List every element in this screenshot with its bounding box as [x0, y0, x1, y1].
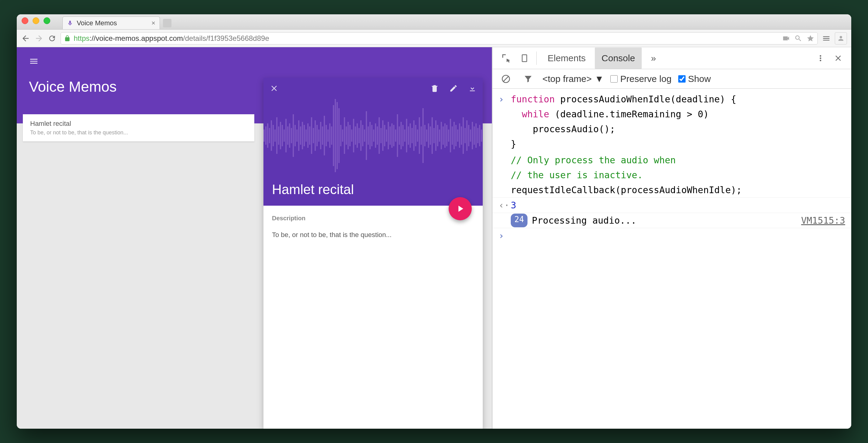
svg-rect-75 — [401, 122, 402, 149]
svg-rect-71 — [393, 125, 394, 146]
svg-rect-99 — [444, 123, 445, 148]
frame-selector[interactable]: <top frame> ▼ — [542, 74, 603, 84]
devtools-panel: Elements Console » <top fr — [492, 47, 851, 429]
devtools-close-icon[interactable] — [831, 54, 846, 63]
svg-rect-27 — [313, 128, 314, 143]
svg-rect-114 — [472, 122, 473, 149]
close-detail-button[interactable] — [270, 84, 279, 93]
svg-rect-25 — [309, 126, 310, 145]
svg-rect-111 — [466, 120, 467, 151]
description-label: Description — [272, 215, 474, 222]
svg-rect-18 — [296, 129, 298, 142]
svg-rect-21 — [302, 122, 303, 149]
filter-icon[interactable] — [521, 75, 536, 84]
url-text: https://voice-memos.appspot.com/details/… — [74, 34, 269, 43]
svg-rect-29 — [316, 125, 318, 146]
svg-rect-89 — [426, 129, 427, 142]
svg-line-121 — [503, 77, 508, 81]
voice-memos-app: Voice Memos Hamlet recital To be, or not… — [17, 47, 492, 429]
clear-console-icon[interactable] — [498, 74, 514, 84]
tab-more[interactable]: » — [644, 48, 663, 69]
profile-button[interactable] — [835, 32, 847, 45]
svg-rect-70 — [391, 123, 393, 148]
svg-rect-8 — [278, 126, 279, 145]
svg-rect-115 — [474, 126, 475, 145]
browser-tab[interactable]: Voice Memos × — [62, 17, 160, 29]
svg-rect-88 — [424, 125, 426, 146]
tab-console[interactable]: Console — [595, 48, 642, 69]
memo-list-item[interactable]: Hamlet recital To be, or not to be, that… — [23, 114, 254, 141]
log-source-link[interactable]: VM1515:3 — [801, 214, 845, 227]
svg-rect-30 — [318, 129, 319, 142]
svg-rect-57 — [368, 126, 369, 145]
svg-rect-23 — [306, 129, 307, 142]
svg-rect-100 — [446, 125, 447, 146]
play-button[interactable] — [448, 197, 472, 220]
new-tab-button[interactable] — [163, 19, 172, 27]
svg-rect-44 — [344, 117, 345, 154]
log-message: Processing audio... — [532, 214, 636, 227]
tab-elements[interactable]: Elements — [541, 48, 592, 69]
tab-close-button[interactable]: × — [151, 19, 155, 27]
svg-rect-98 — [442, 126, 444, 145]
browser-window: Voice Memos × https://voice-memos.appspo… — [17, 14, 851, 429]
svg-rect-65 — [382, 120, 383, 151]
svg-rect-17 — [294, 125, 296, 146]
svg-rect-116 — [475, 123, 477, 148]
camera-icon[interactable] — [782, 34, 790, 42]
svg-rect-106 — [457, 129, 458, 142]
svg-rect-14 — [289, 123, 290, 148]
svg-rect-92 — [432, 117, 433, 154]
console-output[interactable]: ›function processAudioWhenIdle(deadline)… — [493, 89, 851, 429]
minimize-window-button[interactable] — [33, 18, 39, 24]
console-log-line: 24 Processing audio... VM1515:3 — [493, 213, 851, 228]
inspect-icon[interactable] — [498, 53, 515, 63]
reload-button[interactable] — [48, 34, 56, 43]
delete-icon[interactable] — [430, 84, 439, 93]
show-checkbox[interactable]: Show — [678, 74, 711, 84]
svg-rect-26 — [311, 117, 312, 154]
svg-rect-84 — [417, 129, 418, 142]
log-count-badge: 24 — [511, 214, 527, 227]
console-prompt[interactable]: › — [499, 229, 511, 242]
svg-rect-10 — [282, 125, 283, 146]
svg-rect-3 — [269, 128, 270, 143]
address-bar[interactable]: https://voice-memos.appspot.com/details/… — [61, 32, 818, 45]
detail-title: Hamlet recital — [272, 182, 354, 197]
omnibox-icons — [782, 34, 814, 42]
menu-button[interactable] — [822, 34, 831, 43]
close-window-button[interactable] — [22, 18, 28, 24]
preserve-log-checkbox[interactable]: Preserve log — [610, 74, 671, 84]
back-button[interactable] — [21, 34, 30, 43]
svg-rect-48 — [351, 129, 352, 142]
zoom-window-button[interactable] — [43, 18, 50, 24]
svg-rect-118 — [479, 125, 480, 146]
edit-icon[interactable] — [449, 84, 458, 93]
svg-rect-102 — [450, 119, 451, 152]
memo-item-desc: To be, or not to be, that is the questio… — [30, 129, 247, 136]
forward-button[interactable] — [34, 34, 43, 43]
svg-rect-24 — [307, 123, 309, 148]
svg-rect-112 — [468, 125, 469, 146]
svg-rect-67 — [386, 129, 387, 142]
svg-rect-82 — [413, 120, 414, 151]
svg-rect-97 — [441, 122, 442, 149]
svg-rect-83 — [415, 125, 416, 146]
zoom-icon[interactable] — [794, 34, 802, 42]
kebab-icon[interactable] — [813, 54, 828, 63]
svg-rect-5 — [273, 125, 274, 146]
download-icon[interactable] — [468, 84, 477, 93]
svg-rect-93 — [433, 128, 435, 143]
svg-rect-90 — [428, 123, 429, 148]
hamburger-menu-button[interactable] — [29, 56, 480, 66]
svg-rect-105 — [455, 125, 457, 146]
svg-rect-22 — [304, 125, 305, 146]
device-icon[interactable] — [517, 54, 532, 63]
svg-rect-66 — [384, 125, 385, 146]
svg-rect-11 — [283, 129, 285, 142]
detail-header: Hamlet recital — [264, 78, 483, 206]
svg-rect-78 — [406, 119, 407, 152]
svg-rect-85 — [419, 117, 420, 154]
star-icon[interactable] — [806, 34, 814, 42]
svg-rect-77 — [404, 129, 405, 142]
